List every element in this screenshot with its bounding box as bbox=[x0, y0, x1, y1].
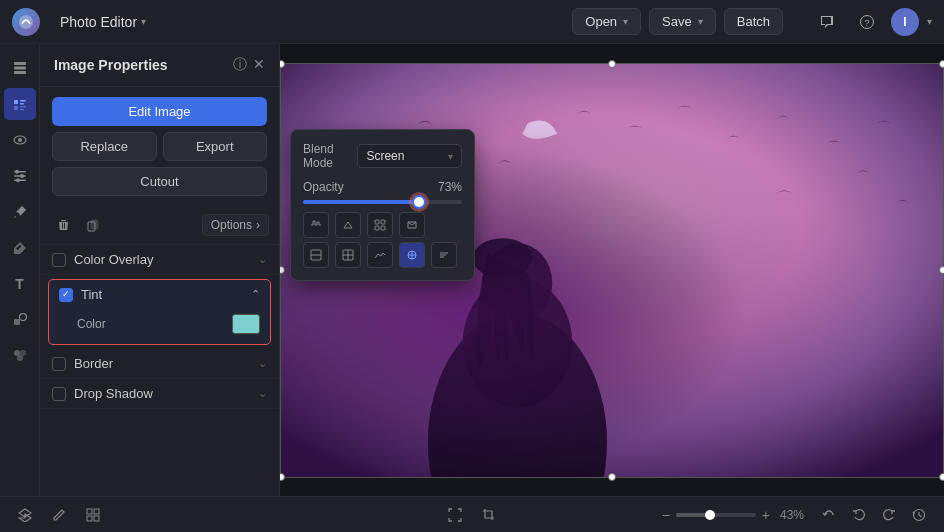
icon-bar-properties[interactable] bbox=[4, 88, 36, 120]
svg-point-30 bbox=[463, 277, 572, 406]
effects-section: Color Overlay ⌄ ✓ Tint ⌃ Color bbox=[40, 245, 279, 409]
app-logo bbox=[12, 8, 40, 36]
drop-shadow-row[interactable]: Drop Shadow ⌄ bbox=[40, 379, 279, 409]
handle-bottom-mid[interactable] bbox=[608, 473, 616, 481]
icon-bar-text[interactable]: T bbox=[4, 268, 36, 300]
popup-icon-8[interactable] bbox=[399, 242, 425, 268]
left-panel: Image Properties ⓘ ✕ Edit Image Replace … bbox=[40, 44, 280, 496]
opacity-slider[interactable] bbox=[303, 200, 462, 204]
zoom-out-button[interactable]: − bbox=[662, 507, 670, 523]
save-label: Save bbox=[662, 14, 692, 29]
zoom-percentage: 43% bbox=[776, 508, 808, 522]
drop-shadow-chevron: ⌄ bbox=[258, 387, 267, 400]
popup-icon-6[interactable] bbox=[335, 242, 361, 268]
color-overlay-row[interactable]: Color Overlay ⌄ bbox=[40, 245, 279, 275]
color-overlay-chevron: ⌄ bbox=[258, 253, 267, 266]
icon-bar-eye[interactable] bbox=[4, 124, 36, 156]
chat-icon-button[interactable] bbox=[811, 6, 843, 38]
svg-rect-47 bbox=[94, 509, 99, 514]
handle-top-mid[interactable] bbox=[608, 60, 616, 68]
border-checkbox[interactable] bbox=[52, 357, 66, 371]
cutout-button[interactable]: Cutout bbox=[52, 167, 267, 196]
popup-icon-4[interactable] bbox=[399, 212, 425, 238]
delete-icon-button[interactable] bbox=[50, 212, 76, 238]
svg-rect-4 bbox=[14, 67, 26, 70]
svg-point-21 bbox=[19, 314, 26, 321]
zoom-slider-track[interactable] bbox=[676, 513, 756, 517]
blend-mode-select[interactable]: Screen ▾ bbox=[357, 144, 462, 168]
bottom-layers-icon[interactable] bbox=[12, 502, 38, 528]
popup-icon-1[interactable] bbox=[303, 212, 329, 238]
svg-point-17 bbox=[20, 174, 24, 178]
popup-icon-2[interactable] bbox=[335, 212, 361, 238]
tint-row[interactable]: ✓ Tint ⌃ bbox=[49, 280, 270, 309]
color-label: Color bbox=[77, 317, 232, 331]
svg-rect-49 bbox=[94, 516, 99, 521]
rotate-left-icon[interactable] bbox=[816, 502, 842, 528]
popup-icon-9[interactable] bbox=[431, 242, 457, 268]
popup-icon-7[interactable] bbox=[367, 242, 393, 268]
border-row[interactable]: Border ⌄ bbox=[40, 349, 279, 379]
edit-image-button[interactable]: Edit Image bbox=[52, 97, 267, 126]
main-area: T Image Properties ⓘ ✕ Edit Image bbox=[0, 44, 944, 496]
icon-bar-fx[interactable] bbox=[4, 340, 36, 372]
crop-icon[interactable] bbox=[476, 502, 502, 528]
replace-button[interactable]: Replace bbox=[52, 132, 157, 161]
icon-bar-pen[interactable] bbox=[4, 232, 36, 264]
replace-export-row: Replace Export bbox=[52, 132, 267, 161]
batch-button[interactable]: Batch bbox=[724, 8, 783, 35]
svg-rect-26 bbox=[91, 220, 98, 229]
svg-rect-6 bbox=[14, 100, 18, 104]
handle-bottom-left[interactable] bbox=[280, 473, 285, 481]
icon-bar-adjust[interactable] bbox=[4, 160, 36, 192]
close-icon[interactable]: ✕ bbox=[253, 56, 265, 74]
app-title-chevron: ▾ bbox=[141, 16, 146, 27]
undo-icon[interactable] bbox=[846, 502, 872, 528]
blend-mode-popup: Blend Mode Screen ▾ Opacity 73% bbox=[290, 129, 475, 281]
panel-toolbar: Options › bbox=[40, 206, 279, 245]
icon-bar-layers[interactable] bbox=[4, 52, 36, 84]
handle-top-right[interactable] bbox=[939, 60, 944, 68]
blend-mode-value: Screen bbox=[366, 149, 404, 163]
zoom-controls: − + 43% bbox=[662, 507, 808, 523]
fit-icon[interactable] bbox=[442, 502, 468, 528]
popup-icons-row-1 bbox=[303, 212, 462, 238]
zoom-in-button[interactable]: + bbox=[762, 507, 770, 523]
options-button[interactable]: Options › bbox=[202, 214, 269, 236]
redo-icon[interactable] bbox=[876, 502, 902, 528]
duplicate-icon-button[interactable] bbox=[80, 212, 106, 238]
svg-rect-11 bbox=[20, 109, 24, 111]
svg-rect-37 bbox=[381, 226, 385, 230]
color-overlay-label: Color Overlay bbox=[74, 252, 258, 267]
drop-shadow-checkbox[interactable] bbox=[52, 387, 66, 401]
popup-icon-5[interactable] bbox=[303, 242, 329, 268]
tint-color-swatch[interactable] bbox=[232, 314, 260, 334]
opacity-label: Opacity bbox=[303, 180, 344, 194]
bottom-grid-icon[interactable] bbox=[80, 502, 106, 528]
icon-bar-brush[interactable] bbox=[4, 196, 36, 228]
save-chevron: ▾ bbox=[698, 16, 703, 27]
info-icon[interactable]: ⓘ bbox=[233, 56, 247, 74]
handle-bottom-right[interactable] bbox=[939, 473, 944, 481]
svg-rect-10 bbox=[20, 106, 26, 108]
export-button[interactable]: Export bbox=[163, 132, 268, 161]
svg-point-15 bbox=[15, 170, 19, 174]
history-icon[interactable] bbox=[906, 502, 932, 528]
avatar[interactable]: I bbox=[891, 8, 919, 36]
handle-right-mid[interactable] bbox=[939, 266, 944, 274]
svg-rect-5 bbox=[14, 71, 26, 74]
tint-checkbox[interactable]: ✓ bbox=[59, 288, 73, 302]
help-icon-button[interactable]: ? bbox=[851, 6, 883, 38]
svg-point-32 bbox=[473, 238, 533, 278]
app-title-button[interactable]: Photo Editor ▾ bbox=[52, 10, 154, 34]
svg-point-29 bbox=[428, 312, 607, 476]
color-overlay-checkbox[interactable] bbox=[52, 253, 66, 267]
canvas-area[interactable]: Blend Mode Screen ▾ Opacity 73% bbox=[280, 44, 944, 496]
open-button[interactable]: Open ▾ bbox=[572, 8, 641, 35]
popup-icon-3[interactable] bbox=[367, 212, 393, 238]
opacity-slider-thumb[interactable] bbox=[412, 195, 426, 209]
bottom-edit-icon[interactable] bbox=[46, 502, 72, 528]
icon-bar-shape[interactable] bbox=[4, 304, 36, 336]
handle-top-left[interactable] bbox=[280, 60, 285, 68]
save-button[interactable]: Save ▾ bbox=[649, 8, 716, 35]
